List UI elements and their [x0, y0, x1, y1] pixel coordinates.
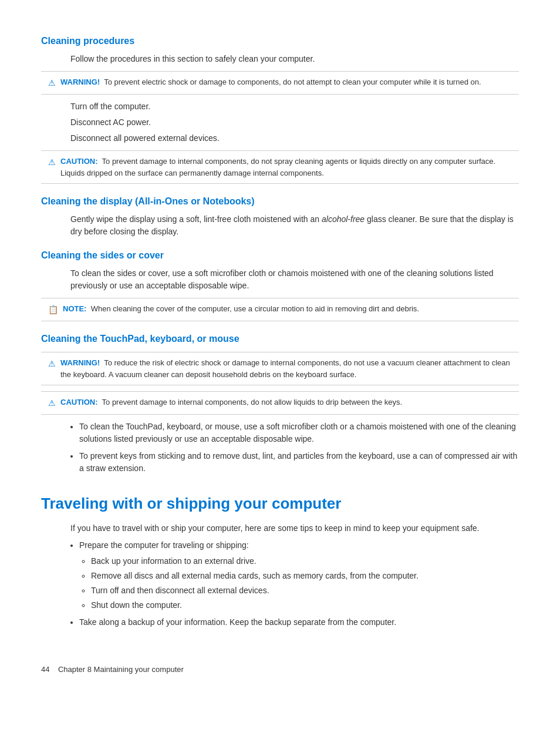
note-icon-1: 📋	[48, 304, 58, 316]
sub-bullet-3: Turn off and then disconnect all externa…	[91, 584, 519, 597]
warning-icon-2: ⚠	[48, 358, 56, 370]
traveling-sub-bullet-list: Back up your information to an external …	[91, 555, 519, 611]
traveling-bullet-1: Prepare the computer for traveling or sh…	[79, 539, 519, 611]
warning-icon-1: ⚠	[48, 77, 56, 89]
warning-label-1: WARNING!	[60, 78, 100, 86]
caution-label-1: CAUTION:	[60, 157, 98, 166]
note-box-1: 📋 NOTE: When cleaning the cover of the c…	[41, 298, 519, 321]
touchpad-bullet-2: To prevent keys from sticking and to rem…	[79, 450, 519, 475]
caution-box-2: ⚠ CAUTION: To prevent damage to internal…	[41, 391, 519, 415]
sub-bullet-1: Back up your information to an external …	[91, 555, 519, 567]
note-text-1: NOTE: When cleaning the cover of the com…	[63, 303, 419, 315]
cleaning-display-text: Gently wipe the display using a soft, li…	[70, 213, 519, 238]
cleaning-sides-heading: Cleaning the sides or cover	[41, 248, 519, 263]
warning-text-1: WARNING! To prevent electric shock or da…	[60, 76, 481, 88]
sub-bullet-4: Shut down the computer.	[91, 599, 519, 611]
traveling-bullet-2: Take along a backup of your information.…	[79, 616, 519, 629]
caution-body-1: To prevent damage to internal components…	[60, 157, 495, 177]
touchpad-bullet-1: To clean the TouchPad, keyboard, or mous…	[79, 421, 519, 445]
warning-label-2: WARNING!	[60, 358, 100, 367]
cleaning-display-heading: Cleaning the display (All-in-Ones or Not…	[41, 194, 519, 209]
touchpad-bullet-list: To clean the TouchPad, keyboard, or mous…	[79, 421, 519, 475]
step-2: Disconnect AC power.	[70, 116, 519, 129]
note-body-1: When cleaning the cover of the computer,…	[91, 304, 419, 313]
footer: 44 Chapter 8 Maintaining your computer	[41, 664, 519, 676]
traveling-heading: Traveling with or shipping your computer	[41, 492, 519, 515]
warning-box-1: ⚠ WARNING! To prevent electric shock or …	[41, 71, 519, 95]
cleaning-sides-text: To clean the sides or cover, use a soft …	[70, 267, 519, 292]
warning-box-2: ⚠ WARNING! To reduce the risk of electri…	[41, 352, 519, 385]
italic-text: alcohol-free	[322, 214, 365, 224]
caution-text-2: CAUTION: To prevent damage to internal c…	[60, 396, 402, 408]
chapter-text: Chapter 8 Maintaining your computer	[58, 665, 184, 674]
traveling-bullet-1-text: Prepare the computer for traveling or sh…	[79, 540, 249, 550]
cleaning-touchpad-heading: Cleaning the TouchPad, keyboard, or mous…	[41, 332, 519, 346]
caution-icon-1: ⚠	[48, 156, 56, 169]
page-number: 44	[41, 665, 49, 674]
caution-icon-2: ⚠	[48, 397, 56, 409]
caution-body-2: To prevent damage to internal components…	[102, 398, 403, 406]
note-label-1: NOTE:	[63, 304, 86, 313]
caution-text-1: CAUTION: To prevent damage to internal c…	[60, 156, 512, 179]
step-3: Disconnect all powered external devices.	[70, 132, 519, 145]
cleaning-procedures-intro: Follow the procedures in this section to…	[70, 53, 519, 65]
traveling-bullet-list: Prepare the computer for traveling or sh…	[79, 539, 519, 629]
warning-body-1: To prevent electric shock or damage to c…	[104, 78, 481, 86]
warning-text-2: WARNING! To reduce the risk of electric …	[60, 357, 512, 380]
step-1: Turn off the computer.	[70, 100, 519, 113]
cleaning-procedures-heading: Cleaning procedures	[41, 34, 519, 48]
caution-box-1: ⚠ CAUTION: To prevent damage to internal…	[41, 150, 519, 184]
traveling-intro: If you have to travel with or ship your …	[70, 522, 519, 535]
sub-bullet-2: Remove all discs and all external media …	[91, 570, 519, 582]
warning-body-2: To reduce the risk of electric shock or …	[60, 358, 510, 379]
caution-label-2: CAUTION:	[60, 398, 98, 406]
